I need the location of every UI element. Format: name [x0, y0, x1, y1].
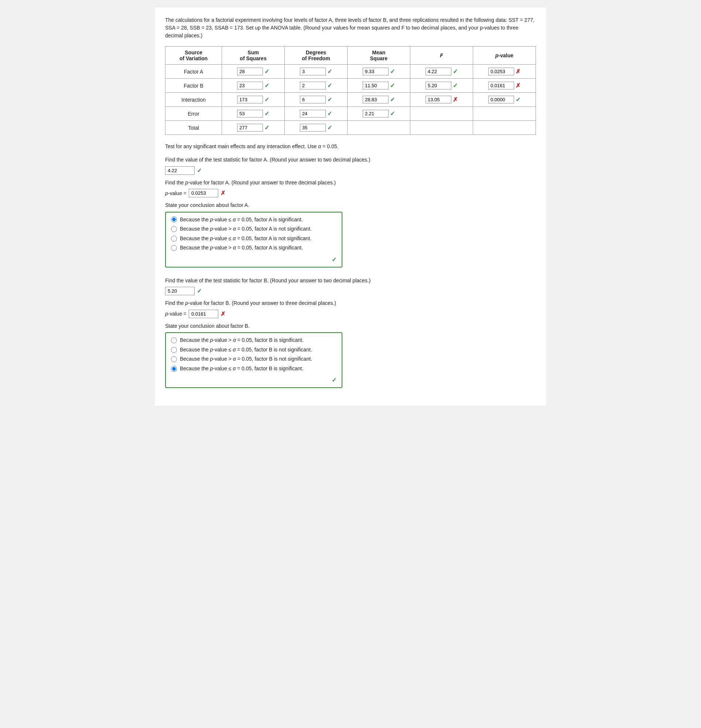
row-source-2: Interaction [166, 93, 222, 107]
factor-a-radio-4[interactable] [171, 245, 177, 251]
cell-pval-1: ✗ [473, 79, 535, 93]
factor-a-radio-2[interactable] [171, 226, 177, 232]
factor-a-q3: State your conclusion about factor A. [165, 201, 536, 209]
factor-b-option-1: Because the p-value > α = 0.05, factor B… [171, 337, 336, 344]
cell-ms-1: ✓ [348, 79, 410, 93]
factor-a-conclusion-check: ✓ [332, 256, 336, 263]
factor-a-option-3: Because the p-value ≤ α = 0.05, factor A… [171, 235, 336, 243]
factor-b-f-input[interactable] [165, 287, 195, 295]
factor-b-section: Find the value of the test statistic for… [165, 276, 536, 392]
cell-pval-0: ✗ [473, 65, 535, 79]
cell-df-1-check: ✓ [327, 82, 332, 89]
factor-a-q1: Find the value of the test statistic for… [165, 156, 536, 164]
factor-b-pval-cross: ✗ [221, 311, 225, 318]
factor-a-radio-group: Because the p-value ≤ α = 0.05, factor A… [165, 212, 342, 267]
cell-ss-2: ✓ [222, 93, 285, 107]
cell-df-3-input[interactable] [300, 110, 326, 117]
cell-df-2: ✓ [285, 93, 348, 107]
cell-ms-2-input[interactable] [363, 96, 388, 104]
test-alpha-text: Test for any significant main effects an… [165, 142, 536, 150]
cell-ss-4-input[interactable] [237, 124, 263, 131]
cell-ss-3-input[interactable] [237, 110, 263, 117]
factor-a-f-input[interactable] [165, 166, 195, 175]
cell-f-1-input[interactable] [426, 82, 451, 90]
factor-b-q2: Find the p-value for factor B. (Round yo… [165, 299, 536, 307]
cell-f-4 [410, 121, 473, 135]
header-source: Sourceof Variation [166, 46, 222, 65]
cell-df-2-input[interactable] [300, 96, 326, 104]
header-df: Degreesof Freedom [285, 46, 348, 65]
factor-b-option-3: Because the p-value > α = 0.05, factor B… [171, 355, 336, 363]
factor-b-radio-group: Because the p-value > α = 0.05, factor B… [165, 332, 342, 388]
cell-df-4: ✓ [285, 121, 348, 135]
cell-f-2: ✗ [410, 93, 473, 107]
cell-ms-0-check: ✓ [390, 68, 395, 75]
cell-ss-2-check: ✓ [264, 96, 269, 103]
row-source-3: Error [166, 107, 222, 121]
factor-b-answer-row: ✓ [165, 287, 536, 295]
cell-pval-3 [473, 107, 535, 121]
cell-df-4-check: ✓ [327, 124, 332, 131]
factor-b-radio-1[interactable] [171, 337, 177, 343]
cell-ms-3-check: ✓ [390, 110, 395, 117]
factor-a-label-4: Because the p-value > α = 0.05, factor A… [180, 244, 303, 252]
cell-f-0: ✓ [410, 65, 473, 79]
cell-pval-0-cross: ✗ [516, 68, 521, 75]
cell-pval-1-cross: ✗ [516, 82, 521, 89]
cell-df-3: ✓ [285, 107, 348, 121]
cell-ss-0-input[interactable] [237, 68, 263, 75]
factor-b-conclusion-check: ✓ [332, 377, 336, 384]
cell-pval-2-input[interactable] [488, 96, 514, 104]
cell-f-2-input[interactable] [426, 96, 451, 104]
cell-df-0: ✓ [285, 65, 348, 79]
cell-f-0-input[interactable] [426, 68, 451, 75]
cell-ms-0-input[interactable] [363, 68, 388, 75]
factor-b-q1: Find the value of the test statistic for… [165, 276, 536, 285]
factor-a-option-2: Because the p-value > α = 0.05, factor A… [171, 225, 336, 233]
cell-ms-1-check: ✓ [390, 82, 395, 89]
factor-a-radio-1[interactable] [171, 217, 177, 222]
cell-df-2-check: ✓ [327, 96, 332, 103]
factor-b-radio-2[interactable] [171, 347, 177, 353]
cell-pval-1-input[interactable] [488, 82, 514, 90]
factor-b-radio-4[interactable] [171, 366, 177, 372]
intro-text: The calculations for a factorial experim… [165, 16, 536, 39]
cell-ms-3-input[interactable] [363, 110, 388, 117]
factor-b-label-1: Because the p-value > α = 0.05, factor B… [180, 337, 304, 344]
cell-ms-2-check: ✓ [390, 96, 395, 103]
factor-b-radio-3[interactable] [171, 356, 177, 362]
factor-a-section: Find the value of the test statistic for… [165, 156, 536, 271]
cell-ss-1: ✓ [222, 79, 285, 93]
cell-ss-1-input[interactable] [237, 82, 263, 90]
factor-a-pval-input[interactable] [189, 189, 218, 197]
cell-df-3-check: ✓ [327, 110, 332, 117]
cell-ss-2-input[interactable] [237, 96, 263, 104]
row-source-0: Factor A [166, 65, 222, 79]
cell-ms-4 [348, 121, 410, 135]
factor-b-option-2: Because the p-value ≤ α = 0.05, factor B… [171, 346, 336, 354]
cell-df-0-input[interactable] [300, 68, 326, 75]
factor-b-option-4: Because the p-value ≤ α = 0.05, factor B… [171, 365, 336, 373]
cell-pval-2-check: ✓ [516, 96, 521, 103]
cell-df-4-input[interactable] [300, 124, 326, 131]
cell-ss-3: ✓ [222, 107, 285, 121]
cell-df-1-input[interactable] [300, 82, 326, 90]
cell-ss-0-check: ✓ [264, 68, 269, 75]
cell-ms-2: ✓ [348, 93, 410, 107]
cell-ms-0: ✓ [348, 65, 410, 79]
cell-pval-0-input[interactable] [488, 68, 514, 75]
cell-f-3 [410, 107, 473, 121]
cell-pval-4 [473, 121, 535, 135]
factor-a-q2: Find the p-value for factor A. (Round yo… [165, 179, 536, 186]
anova-table: Sourceof Variation Sumof Squares Degrees… [165, 46, 536, 135]
cell-ms-1-input[interactable] [363, 82, 388, 90]
factor-b-label-4: Because the p-value ≤ α = 0.05, factor B… [180, 365, 303, 373]
factor-a-radio-3[interactable] [171, 236, 177, 242]
cell-df-1: ✓ [285, 79, 348, 93]
cell-f-2-cross: ✗ [453, 96, 457, 103]
cell-df-0-check: ✓ [327, 68, 332, 75]
cell-ss-1-check: ✓ [264, 82, 269, 89]
factor-b-pval-input[interactable] [189, 310, 218, 318]
factor-b-q3: State your conclusion about factor B. [165, 322, 536, 330]
main-page: The calculations for a factorial experim… [155, 7, 546, 406]
